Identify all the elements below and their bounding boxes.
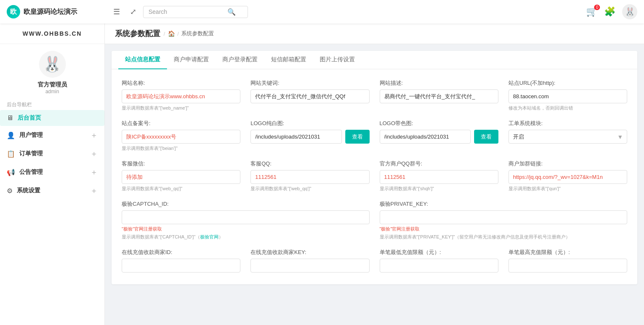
- expand-icon[interactable]: ⤢: [128, 5, 138, 18]
- field-logo-white: LOGO纯白图: 查看: [250, 120, 369, 152]
- field-beian: 站点备案号: 显示调用数据库表"['beian']": [122, 120, 240, 152]
- link-captcha-id[interactable]: "极验"官网注册获取: [122, 226, 370, 232]
- field-kefu-qq: 客服QQ: 显示调用数据库表"['web_qq']": [250, 160, 369, 192]
- breadcrumb-home[interactable]: 🏠: [168, 30, 175, 37]
- user-name: 官方管理员: [38, 81, 67, 89]
- label-logo-white: LOGO纯白图:: [250, 120, 369, 127]
- input-join-group[interactable]: [508, 170, 627, 184]
- input-recharge-merchant-key[interactable]: [250, 259, 369, 273]
- sidebar-brand: WWW.OHBBS.CN: [0, 24, 104, 44]
- logo-white-input-row: 查看: [250, 130, 369, 144]
- user-avatar-header[interactable]: 🐰: [622, 4, 637, 19]
- hint-official-qq: 显示调用数据库表"['shqh']": [380, 186, 498, 192]
- link-captcha-official[interactable]: 极验官网: [200, 234, 219, 239]
- input-site-url[interactable]: [508, 89, 627, 103]
- main-content: 系统参数配置 / 🏠 / 系统参数配置 站点信息配置 商户申请配置 商户登录配置…: [105, 24, 644, 325]
- field-private-key: 极验PRIVATE_KEY: "极验"官网注册获取 显示调用数据库表"['PRI…: [380, 200, 628, 240]
- orders-expand-icon[interactable]: ＋: [90, 149, 98, 159]
- hint-beian: 显示调用数据库表"['beian']": [122, 145, 240, 152]
- input-web-name[interactable]: [122, 89, 240, 103]
- header-icons-left: ☰ ⤢: [112, 5, 138, 18]
- sidebar-item-settings[interactable]: ⚙ 系统设置 ＋: [0, 181, 104, 200]
- hint-web-name: 显示调用数据库表"['web_name']": [122, 105, 240, 111]
- user-avatar: 🐰: [39, 51, 66, 78]
- tab-image-upload[interactable]: 图片上传设置: [313, 51, 362, 69]
- input-web-keywords[interactable]: [250, 89, 369, 103]
- sidebar-item-label-announcements: 公告管理: [19, 168, 43, 176]
- input-private-key[interactable]: [380, 210, 628, 224]
- input-beian[interactable]: [122, 130, 240, 144]
- label-join-group: 商户加群链接:: [508, 160, 627, 168]
- label-web-name: 网站名称:: [122, 79, 240, 87]
- work-module-select-wrapper: 开启 关闭 ▼: [508, 130, 627, 144]
- logo-white-view-btn[interactable]: 查看: [345, 130, 370, 144]
- tab-sms-email[interactable]: 短信邮箱配置: [264, 51, 313, 69]
- input-kefu-weixin[interactable]: [122, 170, 240, 184]
- label-web-keywords: 网站关键词:: [250, 79, 369, 87]
- input-web-desc[interactable]: [380, 89, 498, 103]
- field-min-recharge: 单笔最低充值限额（元）:: [380, 249, 498, 273]
- search-input[interactable]: [149, 8, 224, 15]
- user-avatar-area: 🐰 官方管理员 admin: [0, 44, 104, 98]
- settings-expand-icon[interactable]: ＋: [90, 186, 98, 196]
- field-logo-color: LOGO带色图: 查看: [380, 120, 498, 152]
- breadcrumb-sep-1: /: [164, 31, 165, 37]
- form-grid-row5: 在线充值收款商家ID: 在线充值收款商家KEY: 单笔最低充值限额（元）:: [122, 249, 627, 281]
- input-logo-color[interactable]: [380, 130, 471, 144]
- label-recharge-merchant-key: 在线充值收款商家KEY:: [250, 249, 369, 256]
- input-captcha-id[interactable]: [122, 210, 370, 224]
- label-recharge-merchant-id: 在线充值收款商家ID:: [122, 249, 240, 256]
- form-body: 网站名称: 显示调用数据库表"['web_name']" 网站关键词: 网站描述…: [112, 69, 637, 284]
- breadcrumb: / 🏠 / 系统参数配置: [164, 30, 214, 37]
- logo-icon: 欧: [7, 5, 20, 18]
- announcements-icon: 📢: [7, 168, 15, 176]
- cart-badge: 0: [594, 5, 600, 10]
- label-min-recharge: 单笔最低充值限额（元）:: [380, 249, 498, 256]
- sidebar-item-label-dashboard: 后台首页: [18, 114, 41, 122]
- input-kefu-qq[interactable]: [250, 170, 369, 184]
- input-logo-white[interactable]: [250, 130, 342, 144]
- label-work-module: 工单系统模块:: [508, 120, 627, 127]
- label-captcha-id: 极验CAPTCHA_ID:: [122, 200, 370, 208]
- field-web-name: 网站名称: 显示调用数据库表"['web_name']": [122, 79, 240, 111]
- label-private-key: 极验PRIVATE_KEY:: [380, 200, 628, 208]
- sidebar-item-dashboard[interactable]: 🖥 后台首页: [0, 110, 104, 126]
- field-captcha-id: 极验CAPTCHA_ID: "极验"官网注册获取 显示调用数据库表"['CAPT…: [122, 200, 370, 240]
- tab-site-info[interactable]: 站点信息配置: [118, 51, 167, 69]
- puzzle-icon[interactable]: 🧩: [604, 6, 615, 17]
- menu-icon[interactable]: ☰: [112, 5, 122, 18]
- users-icon: 👤: [7, 131, 15, 139]
- sidebar-item-announcements[interactable]: 📢 公告管理 ＋: [0, 163, 104, 181]
- users-expand-icon[interactable]: ＋: [90, 130, 98, 140]
- label-beian: 站点备案号:: [122, 120, 240, 127]
- input-max-recharge[interactable]: [508, 259, 627, 273]
- field-recharge-merchant-key: 在线充值收款商家KEY:: [250, 249, 369, 273]
- cart-icon[interactable]: 🛒 0: [586, 6, 597, 17]
- label-kefu-weixin: 客服微信:: [122, 160, 240, 168]
- input-min-recharge[interactable]: [380, 259, 498, 273]
- select-work-module[interactable]: 开启 关闭: [508, 130, 627, 144]
- input-recharge-merchant-id[interactable]: [122, 259, 240, 273]
- form-grid-row3: 客服微信: 显示调用数据库表"['web_qq']" 客服QQ: 显示调用数据库…: [122, 160, 627, 200]
- form-grid-row2: 站点备案号: 显示调用数据库表"['beian']" LOGO纯白图: 查看: [122, 120, 627, 160]
- label-kefu-qq: 客服QQ:: [250, 160, 369, 168]
- logo-color-view-btn[interactable]: 查看: [474, 130, 498, 144]
- hint-captcha-pre: 显示调用数据库表"['CAPTCHA_ID']"（: [122, 234, 200, 239]
- sidebar-item-users[interactable]: 👤 用户管理 ＋: [0, 126, 104, 144]
- search-icon[interactable]: 🔍: [227, 8, 236, 16]
- input-official-qq[interactable]: [380, 170, 498, 184]
- field-web-keywords: 网站关键词:: [250, 79, 369, 111]
- field-recharge-merchant-id: 在线充值收款商家ID:: [122, 249, 240, 273]
- search-box: 🔍: [143, 6, 248, 18]
- hint-captcha-post: ）: [219, 234, 223, 239]
- orders-icon: 📋: [7, 150, 15, 158]
- label-logo-color: LOGO带色图:: [380, 120, 498, 127]
- config-card: 站点信息配置 商户申请配置 商户登录配置 短信邮箱配置 图片上传设置 网站名称:…: [112, 51, 637, 284]
- hint-private-key: 显示调用数据库表"['PRIVATE_KEY']"（留空用户将无法修改商户信息及…: [380, 234, 628, 240]
- page-header: 系统参数配置 / 🏠 / 系统参数配置: [105, 24, 644, 44]
- tab-merchant-apply[interactable]: 商户申请配置: [167, 51, 216, 69]
- link-private-key[interactable]: "极验"官网注册获取: [380, 226, 628, 232]
- announcements-expand-icon[interactable]: ＋: [90, 167, 98, 177]
- tab-merchant-login[interactable]: 商户登录配置: [216, 51, 264, 69]
- sidebar-item-orders[interactable]: 📋 订单管理 ＋: [0, 144, 104, 163]
